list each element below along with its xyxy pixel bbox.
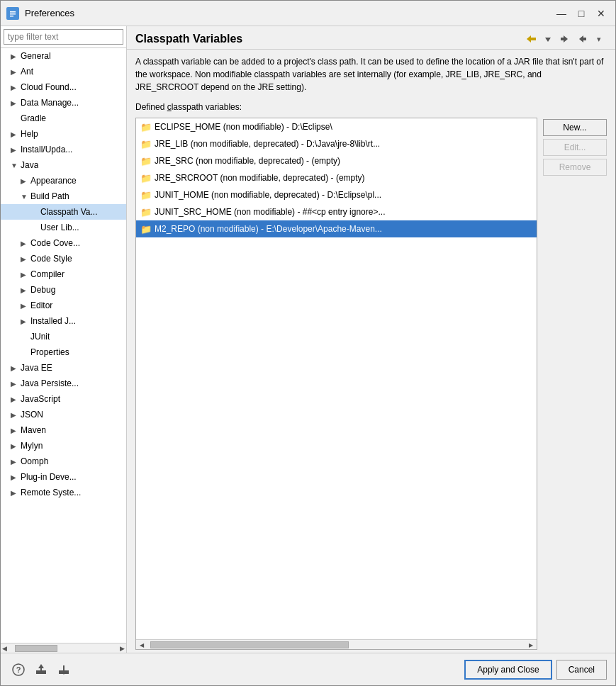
sidebar-item-plug-in-deve[interactable]: ▶ Plug-in Deve...	[1, 469, 126, 485]
sidebar-item-compiler[interactable]: ▶ Compiler	[1, 266, 126, 282]
sidebar-item-general[interactable]: ▶ General	[1, 48, 126, 64]
sidebar-item-maven[interactable]: ▶ Maven	[1, 422, 126, 438]
folder-icon: 📁	[140, 224, 152, 234]
expand-arrow: ▶	[21, 302, 30, 310]
sidebar-item-cloud-found[interactable]: ▶ Cloud Found...	[1, 79, 126, 95]
sidebar-item-label: Ant	[21, 67, 33, 77]
list-hscroll[interactable]: ◀ ▶	[136, 639, 537, 649]
expand-arrow: ▶	[21, 177, 30, 185]
var-label: M2_REPO (non modifiable) - E:\Developer\…	[155, 224, 382, 234]
cancel-button[interactable]: Cancel	[556, 660, 607, 680]
svg-rect-16	[40, 665, 42, 670]
window-controls: — □ ✕	[553, 6, 610, 21]
sidebar-item-label: Compiler	[30, 269, 65, 279]
expand-arrow: ▶	[11, 442, 21, 450]
sidebar-item-help[interactable]: ▶ Help	[1, 126, 126, 142]
hscroll-thumb[interactable]	[150, 641, 349, 648]
svg-rect-13	[36, 670, 46, 672]
variables-list[interactable]: 📁 ECLIPSE_HOME (non modifiable) - D:\Ecl…	[136, 118, 537, 639]
expand-arrow: ▶	[11, 68, 21, 76]
classpath-content: 📁 ECLIPSE_HOME (non modifiable) - D:\Ecl…	[127, 115, 615, 653]
sidebar-item-label: User Lib...	[40, 223, 79, 232]
edit-button[interactable]: Edit...	[543, 139, 607, 156]
folder-icon: 📁	[140, 207, 152, 217]
tree-area[interactable]: ▶ General ▶ Ant ▶ Cloud Found... ▶ Data …	[1, 48, 126, 643]
sidebar-item-label: Oomph	[21, 456, 48, 466]
help-button[interactable]: ?	[9, 660, 28, 679]
sidebar-item-user-lib[interactable]: ▶ User Lib...	[1, 220, 126, 235]
sidebar-item-gradle[interactable]: ▶ Gradle	[1, 111, 126, 126]
toolbar-next-button[interactable]	[574, 32, 590, 46]
hscroll-thumb[interactable]	[15, 645, 57, 652]
list-item-selected[interactable]: 📁 M2_REPO (non modifiable) - E:\Develope…	[136, 220, 537, 237]
svg-rect-2	[10, 13, 16, 15]
new-button[interactable]: New...	[543, 119, 607, 136]
hscroll-left-arrow[interactable]: ◀	[136, 640, 147, 650]
sidebar-item-label: Java Persiste...	[21, 378, 79, 388]
apply-close-button[interactable]: Apply and Close	[464, 660, 551, 680]
expand-arrow: ▶	[21, 240, 30, 247]
toolbar-prev-button[interactable]	[557, 32, 573, 46]
toolbar-down-button[interactable]	[540, 32, 556, 46]
svg-rect-8	[561, 38, 564, 40]
sidebar-item-code-style[interactable]: ▶ Code Style	[1, 251, 126, 266]
maximize-button[interactable]: □	[573, 6, 590, 21]
right-panel: Classpath Variables	[127, 26, 615, 653]
list-item[interactable]: 📁 ECLIPSE_HOME (non modifiable) - D:\Ecl…	[136, 118, 537, 135]
panel-description: A classpath variable can be added to a p…	[127, 50, 615, 99]
sidebar-item-properties[interactable]: ▶ Properties	[1, 344, 126, 360]
sidebar-item-installed-j[interactable]: ▶ Installed J...	[1, 313, 126, 329]
export-preferences-button[interactable]	[32, 660, 50, 679]
sidebar-item-editor[interactable]: ▶ Editor	[1, 298, 126, 313]
filter-box	[1, 26, 126, 48]
list-item[interactable]: 📁 JRE_SRCROOT (non modifiable, deprecate…	[136, 169, 537, 186]
expand-arrow: ▶	[11, 458, 21, 466]
sidebar-item-label: Code Cove...	[30, 238, 80, 248]
sidebar-item-javascript[interactable]: ▶ JavaScript	[1, 391, 126, 407]
toolbar-back-button[interactable]	[523, 32, 539, 46]
sidebar-hscroll[interactable]: ◀ ▶	[1, 643, 126, 653]
var-label: JRE_LIB (non modifiable, deprecated) - D…	[155, 139, 380, 149]
sidebar-item-label: Properties	[30, 347, 69, 357]
sidebar-item-classpath-variables[interactable]: ▶ Classpath Va...	[1, 204, 126, 220]
sidebar-item-java-ee[interactable]: ▶ Java EE	[1, 360, 126, 376]
sidebar-item-ant[interactable]: ▶ Ant	[1, 64, 126, 79]
app-icon	[6, 7, 19, 20]
sidebar-item-java-persist[interactable]: ▶ Java Persiste...	[1, 376, 126, 391]
sidebar-item-appearance[interactable]: ▶ Appearance	[1, 173, 126, 189]
sidebar-item-data-manage[interactable]: ▶ Data Manage...	[1, 95, 126, 111]
sidebar-item-label: Install/Upda...	[21, 145, 72, 154]
sidebar-item-json[interactable]: ▶ JSON	[1, 407, 126, 422]
list-item[interactable]: 📁 JUNIT_SRC_HOME (non modifiable) - ##<c…	[136, 203, 537, 220]
list-item[interactable]: 📁 JUNIT_HOME (non modifiable, deprecated…	[136, 186, 537, 203]
sidebar-item-install-upda[interactable]: ▶ Install/Upda...	[1, 142, 126, 157]
sidebar-item-debug[interactable]: ▶ Debug	[1, 282, 126, 298]
sidebar-item-mylyn[interactable]: ▶ Mylyn	[1, 438, 126, 454]
toolbar-menu-button[interactable]: ▾	[591, 32, 607, 46]
list-item[interactable]: 📁 JRE_SRC (non modifiable, deprecated) -…	[136, 152, 537, 169]
bottom-right-buttons: Apply and Close Cancel	[464, 660, 607, 680]
minimize-button[interactable]: —	[553, 6, 570, 21]
close-button[interactable]: ✕	[593, 6, 610, 21]
sidebar-item-label: Java	[21, 160, 38, 170]
svg-rect-14	[36, 672, 46, 674]
window-title: Preferences	[25, 8, 553, 18]
sidebar-item-junit[interactable]: ▶ JUnit	[1, 329, 126, 344]
hscroll-right-arrow[interactable]: ▶	[120, 645, 125, 652]
panel-header: Classpath Variables	[127, 26, 615, 50]
hscroll-left-arrow[interactable]: ◀	[2, 645, 7, 652]
sidebar-item-code-cove[interactable]: ▶ Code Cove...	[1, 235, 126, 251]
remove-button[interactable]: Remove	[543, 159, 607, 176]
import-preferences-button[interactable]	[55, 660, 73, 679]
hscroll-right-arrow[interactable]: ▶	[525, 640, 537, 650]
sidebar-item-java[interactable]: ▼ Java	[1, 157, 126, 173]
sidebar-item-build-path[interactable]: ▼ Build Path	[1, 189, 126, 204]
list-item[interactable]: 📁 JRE_LIB (non modifiable, deprecated) -…	[136, 135, 537, 152]
sidebar-item-label: Code Style	[30, 254, 72, 264]
folder-icon: 📁	[140, 190, 152, 200]
sidebar-item-oomph[interactable]: ▶ Oomph	[1, 454, 126, 469]
sidebar-item-remote-syste[interactable]: ▶ Remote Syste...	[1, 485, 126, 500]
var-label: ECLIPSE_HOME (non modifiable) - D:\Eclip…	[155, 122, 332, 132]
sidebar-item-label: Build Path	[30, 191, 69, 201]
search-input[interactable]	[4, 29, 123, 45]
